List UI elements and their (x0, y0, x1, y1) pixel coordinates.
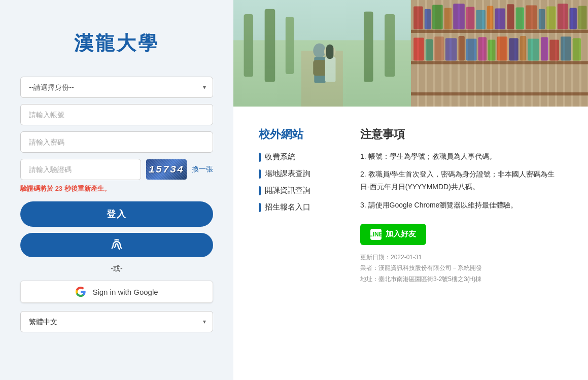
svg-rect-41 (466, 39, 476, 60)
svg-rect-4 (286, 17, 294, 74)
meta-address: 地址：臺北市南港區園區街3-2號5樓之3(H)棟 (360, 274, 563, 285)
svg-rect-6 (385, 14, 395, 77)
bottom-content: 校外網站 收費系統 場地課表查詢 開課資訊查詢 招生報名入口 注意事項 1. 帳… (233, 107, 588, 305)
svg-rect-22 (444, 8, 451, 29)
svg-rect-17 (411, 61, 589, 64)
svg-rect-43 (488, 40, 495, 60)
svg-rect-9 (314, 57, 326, 83)
role-select[interactable]: --請選擇身份-- 學生 教職員 (20, 77, 213, 98)
svg-rect-40 (458, 36, 464, 60)
role-select-wrapper: --請選擇身份-- 學生 教職員 ▾ (20, 77, 213, 98)
svg-rect-12 (325, 57, 336, 82)
svg-rect-42 (478, 37, 486, 60)
link-course-info[interactable]: 開課資訊查詢 (259, 186, 330, 195)
svg-rect-47 (528, 39, 539, 60)
notices-title: 注意事項 (360, 127, 563, 142)
notice-1: 1. 帳號：學生為學號；教職員為人事代碼。 (360, 150, 563, 163)
svg-rect-34 (569, 8, 576, 29)
svg-rect-28 (507, 4, 514, 29)
svg-rect-48 (540, 37, 547, 60)
svg-rect-0 (233, 0, 411, 107)
students-image (233, 0, 411, 107)
meta-info: 更新日期：2022-01-31 業者：漢龍資訊科技股份有限公司－系統開發 地址：… (360, 252, 563, 285)
link-admission[interactable]: 招生報名入口 (259, 202, 330, 212)
google-icon (75, 286, 86, 297)
university-title: 漢龍大學 (74, 30, 159, 56)
svg-rect-36 (413, 38, 424, 60)
fingerprint-icon (110, 238, 124, 252)
svg-rect-24 (466, 7, 474, 29)
svg-rect-51 (572, 38, 580, 60)
captcha-refresh-button[interactable]: 換一張 (192, 165, 213, 174)
login-form: --請選擇身份-- 學生 教職員 ▾ 15734 換一張 驗證碼將於 23 秒後… (20, 77, 213, 332)
svg-rect-23 (453, 4, 465, 29)
language-select[interactable]: 繁體中文 English (20, 311, 213, 332)
svg-rect-46 (520, 36, 526, 60)
svg-rect-10 (313, 60, 327, 76)
svg-rect-20 (424, 9, 430, 29)
svg-rect-33 (557, 4, 568, 29)
left-panel: 漢龍大學 --請選擇身份-- 學生 教職員 ▾ 15734 換一張 驗證碼將於 (0, 0, 233, 380)
svg-rect-2 (244, 14, 254, 77)
svg-rect-29 (515, 8, 524, 29)
meta-company: 業者：漢龍資訊科技股份有限公司－系統開發 (360, 263, 563, 274)
svg-rect-44 (497, 37, 507, 60)
svg-rect-39 (445, 38, 457, 60)
svg-rect-30 (526, 5, 537, 29)
students-scene (233, 0, 411, 107)
right-panel: 校外網站 收費系統 場地課表查詢 開課資訊查詢 招生報名入口 注意事項 1. 帳… (233, 0, 588, 380)
captcha-input[interactable] (20, 159, 141, 180)
svg-rect-27 (495, 9, 505, 29)
link-venue-schedule[interactable]: 場地課表查詢 (259, 169, 330, 179)
svg-rect-16 (411, 30, 589, 33)
top-images (233, 0, 588, 107)
svg-rect-14 (411, 0, 589, 107)
svg-rect-35 (578, 6, 586, 29)
fingerprint-button[interactable] (20, 233, 213, 257)
captcha-image: 15734 (146, 159, 187, 180)
line-icon: LINE (370, 229, 382, 240)
svg-rect-1 (233, 0, 411, 40)
or-divider: -或- (20, 264, 213, 273)
svg-rect-38 (434, 37, 444, 60)
link-fee-system[interactable]: 收費系統 (259, 152, 330, 162)
svg-point-11 (324, 46, 336, 58)
captcha-row: 15734 換一張 (20, 159, 213, 180)
external-sites-title: 校外網站 (259, 127, 330, 142)
svg-rect-13 (326, 45, 333, 59)
svg-rect-25 (476, 10, 486, 29)
notices-section: 注意事項 1. 帳號：學生為學號；教職員為人事代碼。 2. 教職員/學生首次登入… (360, 127, 563, 285)
external-sites-section: 校外網站 收費系統 場地課表查詢 開課資訊查詢 招生報名入口 (259, 127, 330, 285)
svg-rect-32 (546, 6, 556, 29)
google-signin-button[interactable]: Sign in with Google (20, 281, 213, 303)
svg-rect-31 (538, 9, 544, 29)
account-input[interactable] (20, 104, 213, 125)
svg-rect-21 (432, 5, 443, 29)
svg-rect-3 (265, 9, 275, 82)
library-scene (411, 0, 589, 107)
svg-rect-19 (413, 6, 423, 29)
svg-rect-15 (411, 0, 589, 107)
svg-rect-18 (411, 92, 589, 95)
captcha-timer: 驗證碼將於 23 秒後重新產生。 (20, 184, 213, 193)
svg-rect-45 (509, 38, 518, 60)
notice-2: 2. 教職員/學生首次登入，密碼為身分證號；非本國人密碼為生日-西元年月日(YY… (360, 168, 563, 193)
svg-rect-26 (487, 6, 493, 29)
svg-rect-50 (561, 37, 571, 60)
meta-update: 更新日期：2022-01-31 (360, 252, 563, 263)
google-signin-label: Sign in with Google (92, 288, 158, 296)
login-button[interactable]: 登入 (20, 201, 213, 227)
svg-point-8 (313, 43, 326, 58)
password-input[interactable] (20, 131, 213, 153)
language-select-wrapper: 繁體中文 English ▾ (20, 311, 213, 332)
svg-rect-49 (549, 40, 559, 60)
library-image (411, 0, 589, 107)
svg-rect-7 (301, 51, 343, 107)
line-add-friend-button[interactable]: LINE 加入好友 (360, 224, 426, 245)
svg-rect-37 (425, 39, 432, 60)
svg-rect-5 (364, 12, 373, 82)
notice-3: 3. 請使用Google Chrome瀏覽器以維持最佳體驗。 (360, 199, 563, 212)
